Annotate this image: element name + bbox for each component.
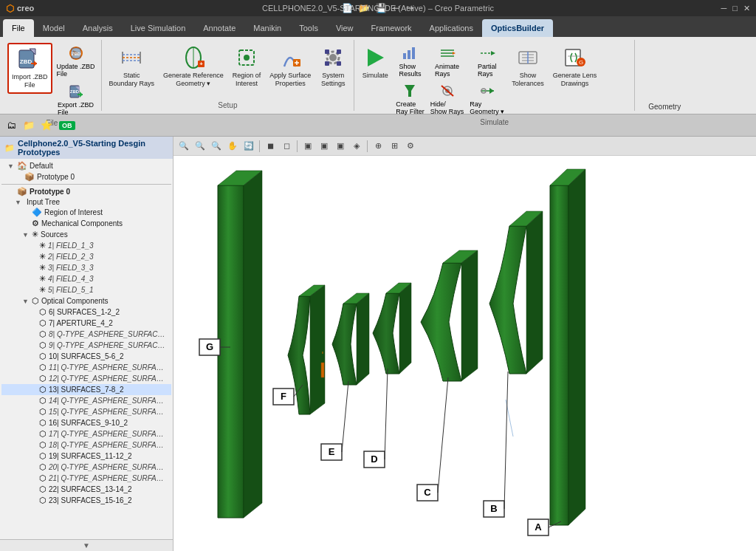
apply-surface-button[interactable]: Apply SurfaceProperties bbox=[267, 43, 314, 91]
hide-show-rays-button[interactable]: Hide/Show Rays bbox=[429, 81, 466, 117]
ray-geometry-icon bbox=[478, 82, 496, 100]
wireframe-btn[interactable]: ◻ bbox=[279, 139, 294, 154]
tree-item[interactable]: ⬡6| SURFACES_1-2_2 bbox=[1, 307, 171, 318]
tree-item[interactable]: ⬡8| Q-TYPE_ASPHERE_SURFAC… bbox=[1, 329, 171, 340]
apply-surface-icon bbox=[278, 46, 302, 69]
tree-item[interactable]: ▼⬡Optical Components bbox=[1, 295, 171, 307]
create-ray-filter-button[interactable]: CreateRay Filter bbox=[394, 81, 426, 117]
show-tolerances-button[interactable]: ShowTolerances bbox=[509, 43, 547, 91]
ob-badge[interactable]: OB bbox=[59, 121, 75, 130]
tree-item[interactable]: ⬡11| Q-TYPE_ASPHERE_SURFA… bbox=[1, 362, 171, 373]
tab-view[interactable]: View bbox=[327, 19, 362, 37]
fav-tab-btn[interactable]: ⭐ bbox=[38, 117, 55, 134]
tree-item[interactable]: ⬡20| Q-TYPE_ASPHERE_SURFA… bbox=[1, 462, 171, 473]
geometry-label: Geometry bbox=[635, 103, 694, 111]
tree-item[interactable]: 📦Prototype 0 bbox=[1, 186, 171, 197]
tab-model[interactable]: Model bbox=[34, 19, 74, 37]
tree-node-icon: ⬡ bbox=[39, 485, 47, 494]
tree-item[interactable]: 🔷Region of Interest bbox=[1, 207, 171, 218]
minimize-btn[interactable]: ─ bbox=[721, 4, 727, 13]
tree-item[interactable]: ✳3| FIELD_3_3 bbox=[1, 262, 171, 273]
tab-livesim[interactable]: Live Simulation bbox=[122, 19, 195, 37]
folder-tab-btn[interactable]: 📁 bbox=[21, 117, 37, 134]
tree-expand-icon[interactable]: ▼ bbox=[15, 199, 22, 206]
tree-item[interactable]: ⬡19| SURFACES_11-12_2 bbox=[1, 451, 171, 462]
shading-btn[interactable]: ◼ bbox=[263, 139, 278, 154]
tab-opticsbuilder[interactable]: OpticsBuilder bbox=[482, 19, 553, 37]
tree-expand-icon[interactable]: ▼ bbox=[7, 162, 15, 170]
gen-ref-geo-button[interactable]: + Generate ReferenceGeometry ▾ bbox=[160, 43, 227, 91]
tree-item[interactable]: ⬡10| SURFACES_5-6_2 bbox=[1, 351, 171, 362]
region-interest-icon bbox=[235, 46, 258, 69]
hide-axes-btn[interactable]: ⊕ bbox=[371, 139, 385, 154]
app-logo: ⬡ creo bbox=[6, 3, 34, 14]
tree-item[interactable]: ⬡16| SURFACES_9-10_2 bbox=[1, 417, 171, 428]
view-top-btn[interactable]: ▣ bbox=[317, 139, 331, 154]
system-settings-button[interactable]: SystemSettings bbox=[317, 43, 349, 91]
view-3d-btn[interactable]: ◈ bbox=[349, 139, 364, 154]
tree-item[interactable]: 📦Prototype 0 bbox=[1, 171, 171, 182]
animate-rays-button[interactable]: AnimateRays bbox=[429, 43, 466, 79]
tree-item[interactable]: ▼✳Sources bbox=[1, 229, 171, 240]
show-planes-btn[interactable]: ⊞ bbox=[387, 139, 402, 154]
zoom-out-btn[interactable]: 🔍 bbox=[209, 139, 224, 154]
tree-item[interactable]: ⬡18| Q-TYPE_ASPHERE_SURFA… bbox=[1, 439, 171, 451]
tab-framework[interactable]: Framework bbox=[362, 19, 421, 37]
partial-rays-button[interactable]: PartialRays bbox=[468, 43, 506, 79]
tree-item[interactable]: ✳4| FIELD_4_3 bbox=[1, 273, 171, 284]
tree-item[interactable]: ✳2| FIELD_2_3 bbox=[1, 251, 171, 262]
tree-item[interactable]: ✳5| FIELD_5_1 bbox=[1, 284, 171, 295]
tree-item[interactable]: ⬡15| Q-TYPE_ASPHERE_SURFA… bbox=[1, 406, 171, 417]
scroll-down-arrow[interactable]: ▼ bbox=[83, 541, 90, 550]
tree-node-label: 2| FIELD_2_3 bbox=[48, 253, 94, 261]
rotate-btn[interactable]: 🔄 bbox=[241, 139, 256, 154]
tree-item[interactable]: ⬡7| APERTURE_4_2 bbox=[1, 318, 171, 329]
show-results-button[interactable]: ShowResults bbox=[394, 43, 426, 79]
export-zbd-button[interactable]: ZBD Export .ZBDFile bbox=[55, 81, 97, 117]
tree-item[interactable]: ⚙Mechanical Components bbox=[1, 218, 171, 229]
tree-item[interactable]: ▼🏠Default bbox=[1, 160, 171, 171]
tree-item[interactable]: ✳1| FIELD_1_3 bbox=[1, 240, 171, 251]
svg-text:F: F bbox=[281, 391, 286, 402]
view-front-btn[interactable]: ▣ bbox=[300, 139, 315, 154]
tree-item[interactable]: ⬡13| SURFACES_7-8_2 bbox=[1, 384, 171, 395]
tree-node-icon: ⬡ bbox=[39, 307, 47, 317]
svg-text:+: + bbox=[199, 61, 203, 67]
zoom-in-btn[interactable]: 🔍 bbox=[193, 139, 207, 154]
view-right-btn[interactable]: ▣ bbox=[333, 139, 348, 154]
zoom-fit-btn[interactable]: 🔍 bbox=[176, 139, 191, 154]
close-btn[interactable]: ✕ bbox=[743, 4, 750, 13]
tree-item[interactable]: ⬡17| Q-TYPE_ASPHERE_SURFA… bbox=[1, 428, 171, 439]
tree-item[interactable]: ⬡23| SURFACES_15-16_2 bbox=[1, 495, 171, 506]
maximize-btn[interactable]: □ bbox=[732, 4, 738, 13]
tree-item[interactable]: ▼ Input Tree bbox=[1, 197, 171, 207]
tree-item[interactable]: ⬡12| Q-TYPE_ASPHERE_SURFA… bbox=[1, 373, 171, 384]
tab-applications[interactable]: Applications bbox=[421, 19, 482, 37]
geometry-section: Geometry bbox=[635, 40, 694, 111]
3d-scene[interactable]: G F E D C B bbox=[173, 156, 756, 551]
tab-annotate[interactable]: Annotate bbox=[194, 19, 244, 37]
simulate-button[interactable]: Simulate bbox=[359, 43, 391, 83]
tab-analysis[interactable]: Analysis bbox=[74, 19, 122, 37]
settings-btn[interactable]: ⚙ bbox=[403, 139, 418, 154]
ray-geometry-button[interactable]: RayGeometry ▾ bbox=[468, 81, 506, 117]
tab-file[interactable]: File bbox=[3, 19, 34, 37]
tree-item[interactable]: ⬡22| SURFACES_13-14_2 bbox=[1, 484, 171, 495]
tree-item[interactable]: ⬡21| Q-TYPE_ASPHERE_SURFA… bbox=[1, 473, 171, 484]
tree-expand-icon[interactable]: ▼ bbox=[22, 298, 30, 305]
static-boundary-button[interactable]: StaticBoundary Rays bbox=[106, 43, 158, 91]
tab-tools[interactable]: Tools bbox=[290, 19, 327, 37]
update-zbd-button[interactable]: ZBD Update .ZBDFile bbox=[55, 43, 97, 79]
pan-btn[interactable]: ✋ bbox=[225, 139, 240, 154]
tree-item[interactable]: ⬡9| Q-TYPE_ASPHERE_SURFAC… bbox=[1, 340, 171, 351]
region-interest-button[interactable]: Region ofInterest bbox=[230, 43, 264, 91]
tree-item[interactable]: ⬡14| Q-TYPE_ASPHERE_SURFA… bbox=[1, 395, 171, 406]
window-title: CELLPHONE2.0_V5-STARTING_DE (Active) – C… bbox=[262, 4, 494, 13]
tree-node-label: 22| SURFACES_13-14_2 bbox=[49, 485, 132, 493]
import-zbd-button[interactable]: ZBD Import .ZBDFile bbox=[7, 43, 52, 94]
model-tab-btn[interactable]: 🗂 bbox=[3, 117, 19, 134]
tree-node-icon: ⬡ bbox=[39, 440, 47, 450]
tree-expand-icon[interactable]: ▼ bbox=[22, 231, 30, 239]
gen-lens-drawings-button[interactable]: G Generate LensDrawings bbox=[550, 43, 600, 91]
tab-manikin[interactable]: Manikin bbox=[244, 19, 290, 37]
